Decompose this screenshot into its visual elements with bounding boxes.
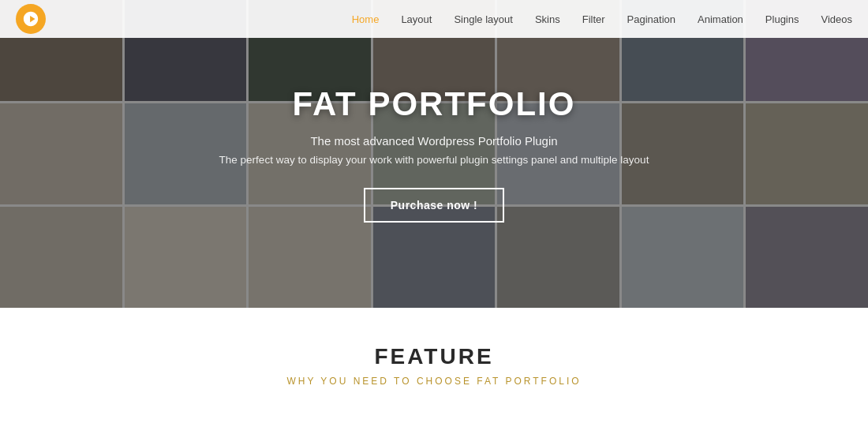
hero-subtitle: The most advanced Wordpress Portfolio Pl…: [158, 134, 710, 148]
nav-pagination[interactable]: Pagination: [627, 13, 675, 25]
hero-content: FAT PORTFOLIO The most advanced Wordpres…: [158, 85, 710, 223]
nav-filter[interactable]: Filter: [582, 13, 605, 25]
nav-plugins[interactable]: Plugins: [765, 13, 799, 25]
purchase-button[interactable]: Purchase now !: [364, 188, 504, 223]
navbar: Home Layout Single layout Skins Filter P…: [0, 0, 868, 38]
logo[interactable]: [16, 4, 46, 34]
nav-single-layout[interactable]: Single layout: [454, 13, 512, 25]
hero-title: FAT PORTFOLIO: [158, 85, 710, 123]
hero-section: FAT PORTFOLIO The most advanced Wordpres…: [0, 0, 868, 308]
nav-skins[interactable]: Skins: [535, 13, 560, 25]
nav-layout[interactable]: Layout: [401, 13, 432, 25]
feature-section: FEATURE WHY YOU NEED TO CHOOSE FAT PORTF…: [0, 308, 868, 423]
nav-videos[interactable]: Videos: [821, 13, 852, 25]
nav-home[interactable]: Home: [352, 13, 380, 25]
feature-subtitle: WHY YOU NEED TO CHOOSE FAT PORTFOLIO: [286, 376, 581, 387]
nav-links: Home Layout Single layout Skins Filter P…: [352, 13, 852, 25]
feature-title: FEATURE: [374, 344, 493, 369]
nav-animation[interactable]: Animation: [698, 13, 743, 25]
hero-description: The perfect way to display your work wit…: [158, 154, 710, 166]
